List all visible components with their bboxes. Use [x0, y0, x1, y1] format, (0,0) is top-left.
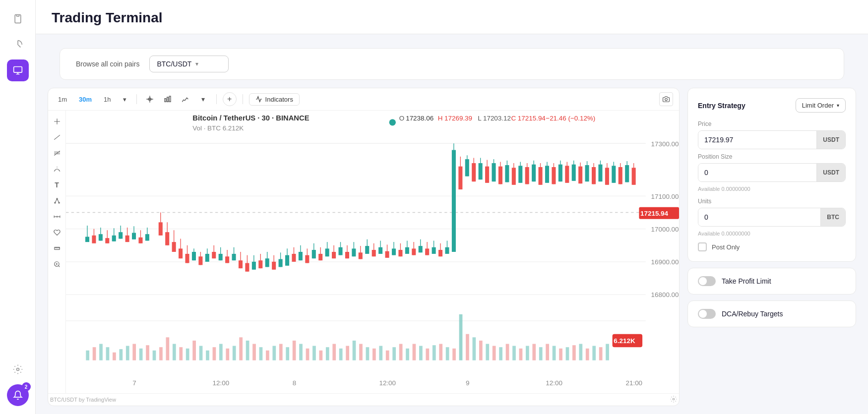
timeframe-1m[interactable]: 1m [54, 94, 71, 105]
svg-rect-92 [319, 351, 323, 360]
strategy-type-label: Limit Order [802, 102, 834, 109]
svg-rect-108 [426, 349, 429, 360]
sidebar-chart[interactable] [7, 34, 29, 56]
timeframe-30m[interactable]: 30m [75, 94, 96, 105]
svg-rect-59 [99, 344, 103, 360]
svg-rect-225 [378, 247, 382, 254]
svg-text:7: 7 [132, 379, 136, 387]
separator-3 [243, 94, 243, 104]
bar-chart-tool[interactable] [161, 92, 175, 106]
main-content: Trading Terminal Browse all coin pairs B… [36, 0, 868, 414]
entry-strategy-card: Entry Strategy Limit Order ▾ Price USDT … [687, 88, 856, 262]
svg-rect-97 [353, 341, 356, 360]
timeframe-more[interactable]: ▾ [119, 94, 130, 105]
limit-order-dropdown[interactable]: Limit Order ▾ [796, 98, 846, 113]
sidebar-clipboard[interactable] [7, 8, 29, 30]
svg-point-2 [16, 368, 19, 371]
multiline-draw[interactable] [50, 146, 64, 160]
chart-settings-icon[interactable] [670, 396, 677, 404]
drawing-tools: T [48, 111, 66, 393]
chart-type-dropdown[interactable]: ▾ [196, 92, 210, 106]
coin-pair-dropdown[interactable]: BTC/USDT ▾ [149, 56, 229, 72]
units-input[interactable] [698, 208, 820, 226]
zoom-draw[interactable] [50, 257, 64, 271]
position-size-input[interactable] [698, 164, 816, 181]
svg-rect-134 [599, 347, 603, 360]
crosshair-draw[interactable] [50, 115, 64, 128]
indicators-button[interactable]: Indicators [249, 93, 300, 106]
svg-rect-63 [126, 346, 129, 360]
svg-text:8: 8 [293, 379, 296, 387]
chart-body: T [48, 111, 679, 393]
svg-rect-79 [233, 346, 236, 360]
sidebar-settings[interactable] [7, 358, 29, 380]
notification-count: 2 [22, 382, 31, 391]
svg-rect-99 [366, 347, 370, 360]
take-profit-card[interactable]: Take Profit Limit [687, 268, 856, 295]
price-input[interactable] [698, 131, 816, 149]
svg-rect-201 [299, 252, 303, 260]
svg-rect-301 [632, 168, 636, 184]
svg-rect-271 [532, 165, 536, 181]
svg-rect-295 [612, 166, 616, 182]
svg-rect-247 [452, 150, 456, 252]
svg-rect-233 [405, 247, 409, 254]
svg-rect-81 [246, 341, 249, 360]
svg-line-12 [54, 135, 60, 139]
line-chart-tool[interactable] [179, 92, 192, 106]
screenshot-btn[interactable] [659, 92, 673, 106]
sidebar-notification[interactable]: 2 [7, 384, 29, 406]
svg-rect-147 [112, 236, 116, 241]
sidebar-monitor[interactable] [7, 59, 29, 81]
svg-text:17000.00: 17000.00 [651, 226, 679, 233]
svg-rect-91 [312, 346, 316, 360]
svg-rect-143 [99, 234, 103, 240]
svg-rect-6 [165, 99, 166, 102]
text-draw[interactable]: T [50, 178, 64, 192]
timeframe-1h[interactable]: 1h [100, 94, 115, 105]
crosshair-tool[interactable] [143, 92, 157, 106]
svg-rect-116 [479, 341, 483, 360]
line-draw[interactable] [50, 130, 64, 144]
add-study-btn[interactable]: + [223, 92, 237, 106]
svg-text:L 17203.12: L 17203.12 [478, 115, 511, 122]
svg-text:17100.00: 17100.00 [651, 193, 679, 200]
svg-rect-67 [153, 351, 156, 360]
svg-rect-197 [285, 255, 289, 266]
post-only-checkbox[interactable] [698, 242, 707, 251]
dca-label: DCA/Rebuy Targets [722, 310, 783, 318]
svg-rect-183 [239, 260, 243, 268]
svg-rect-207 [318, 254, 322, 260]
chart-attribution: BTC/USDT by TradingView [50, 397, 116, 403]
svg-rect-119 [499, 347, 502, 360]
svg-rect-273 [539, 167, 543, 185]
svg-rect-105 [406, 349, 409, 360]
svg-rect-191 [265, 258, 269, 267]
svg-rect-102 [386, 351, 389, 360]
svg-rect-243 [438, 250, 442, 256]
header: Trading Terminal [36, 0, 868, 34]
svg-rect-289 [592, 167, 596, 184]
svg-text:21:00: 21:00 [626, 379, 643, 387]
svg-text:−21.46 (−0.12%): −21.46 (−0.12%) [546, 115, 595, 122]
heart-draw[interactable] [50, 226, 64, 239]
node-draw[interactable] [50, 194, 64, 208]
dca-card[interactable]: DCA/Rebuy Targets [687, 300, 856, 327]
units-available-text: Available 0.00000000 [698, 231, 846, 237]
sidebar: 2 [0, 0, 36, 414]
curve-draw[interactable] [50, 162, 64, 176]
svg-rect-253 [472, 163, 476, 181]
svg-rect-85 [272, 346, 276, 360]
svg-text:17215.94: 17215.94 [640, 210, 669, 217]
dca-toggle[interactable] [698, 309, 716, 319]
svg-rect-66 [146, 345, 149, 360]
take-profit-toggle[interactable] [698, 276, 716, 286]
svg-rect-189 [258, 260, 262, 268]
svg-line-22 [55, 199, 57, 203]
svg-rect-117 [486, 344, 489, 360]
svg-rect-275 [545, 166, 549, 182]
measure-draw[interactable] [50, 210, 64, 224]
svg-rect-7 [167, 97, 168, 102]
svg-rect-64 [132, 344, 136, 360]
ruler-draw[interactable] [50, 241, 64, 255]
